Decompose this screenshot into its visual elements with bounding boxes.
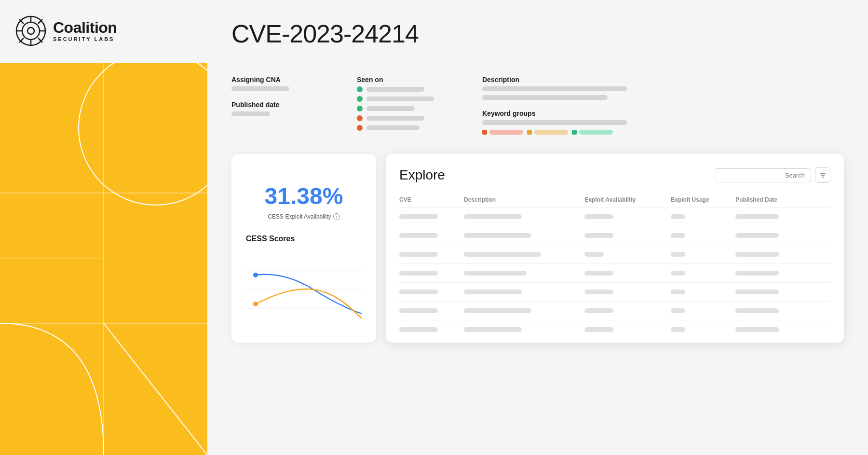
seen-row-2 — [357, 96, 453, 102]
table-row[interactable] — [399, 264, 830, 283]
published-date-label: Published date — [231, 101, 328, 109]
kw-tag-red — [482, 130, 523, 135]
table-row[interactable] — [399, 302, 830, 320]
cve-title: CVE-2023-24214 — [231, 19, 844, 48]
cell-pd — [735, 245, 830, 264]
metadata-section: Assigning CNA Published date Seen on — [231, 76, 844, 135]
table-row[interactable] — [399, 207, 830, 226]
title-divider — [231, 60, 844, 60]
filter-button[interactable] — [815, 167, 830, 183]
cell-pd — [735, 302, 830, 320]
explore-table-head: CVE Description Exploit Availability Exp… — [399, 193, 830, 207]
seen-dot-1 — [357, 86, 363, 92]
meta-col-seen: Seen on — [357, 76, 453, 135]
kw-bar-red — [489, 130, 523, 135]
cess-percentage: 31.38% — [246, 183, 362, 209]
cell-desc — [464, 302, 584, 320]
kw-dot-red — [482, 130, 487, 135]
cell-cve — [399, 264, 464, 283]
keyword-groups-block: Keyword groups — [482, 110, 646, 135]
info-icon[interactable]: i — [333, 213, 340, 220]
cell-ea — [584, 320, 671, 339]
explore-table-body — [399, 207, 830, 339]
published-date-value — [231, 111, 270, 116]
seen-dot-4 — [357, 115, 363, 121]
cell-ea — [584, 226, 671, 245]
cell-eu — [671, 226, 735, 245]
seen-row-4 — [357, 115, 453, 121]
explore-controls — [715, 167, 830, 183]
cell-cve — [399, 302, 464, 320]
cell-eu — [671, 283, 735, 302]
cell-ea — [584, 245, 671, 264]
svg-point-1 — [22, 22, 40, 40]
svg-point-2 — [27, 28, 34, 34]
cell-pd — [735, 226, 830, 245]
meta-col-cna: Assigning CNA Published date — [231, 76, 328, 135]
cell-desc — [464, 264, 584, 283]
cell-desc — [464, 320, 584, 339]
table-row[interactable] — [399, 245, 830, 264]
cell-cve — [399, 320, 464, 339]
svg-line-16 — [104, 323, 207, 455]
cess-scores-title: CESS Scores — [246, 234, 362, 243]
cell-desc — [464, 226, 584, 245]
description-label: Description — [482, 76, 646, 83]
description-bar-1 — [482, 86, 627, 91]
kw-tag-yellow — [527, 130, 568, 135]
assigning-cna-value — [231, 86, 289, 91]
assigning-cna-block: Assigning CNA — [231, 76, 328, 91]
explore-header: Explore — [399, 167, 830, 183]
seen-bar-1 — [366, 87, 424, 92]
cell-ea — [584, 264, 671, 283]
left-panel: Coalition SECURITY LABS — [0, 0, 207, 455]
logo-coalition-text: Coalition — [53, 20, 117, 35]
cell-desc — [464, 245, 584, 264]
yellow-section — [0, 63, 207, 455]
cell-eu — [671, 245, 735, 264]
filter-icon — [819, 171, 827, 179]
table-row[interactable] — [399, 283, 830, 302]
assigning-cna-label: Assigning CNA — [231, 76, 328, 83]
table-row[interactable] — [399, 226, 830, 245]
seen-dot-2 — [357, 96, 363, 102]
explore-card: Explore CVE Descrip — [386, 154, 844, 343]
explore-table: CVE Description Exploit Availability Exp… — [399, 193, 830, 339]
col-exploit-availability: Exploit Availability — [584, 193, 671, 207]
logo-text: Coalition SECURITY LABS — [53, 20, 117, 42]
coalition-logo-icon — [15, 15, 46, 46]
seen-bar-3 — [366, 106, 415, 111]
cell-eu — [671, 320, 735, 339]
seen-row-3 — [357, 106, 453, 111]
cell-cve — [399, 245, 464, 264]
col-exploit-usage: Exploit Usage — [671, 193, 735, 207]
kw-dot-yellow — [527, 130, 532, 135]
geometric-svg — [0, 63, 207, 455]
kw-bar-yellow — [534, 130, 568, 135]
kw-bar-green — [579, 130, 613, 135]
cess-chart — [246, 251, 362, 328]
keyword-bar-full — [482, 120, 627, 125]
keyword-tags — [482, 130, 646, 135]
keyword-groups-label: Keyword groups — [482, 110, 646, 117]
svg-point-21 — [253, 273, 258, 277]
col-published-date: Published Date — [735, 193, 830, 207]
seen-row-1 — [357, 86, 453, 92]
cell-pd — [735, 283, 830, 302]
meta-col-description: Description Keyword groups — [482, 76, 646, 135]
cell-eu — [671, 207, 735, 226]
seen-dot-3 — [357, 106, 363, 111]
table-header-row: CVE Description Exploit Availability Exp… — [399, 193, 830, 207]
cell-eu — [671, 302, 735, 320]
cess-card: 31.38% CESS Exploit Availability i CESS … — [231, 154, 376, 343]
table-row[interactable] — [399, 320, 830, 339]
cell-ea — [584, 302, 671, 320]
right-panel: CVE-2023-24214 Assigning CNA Published d… — [207, 0, 868, 455]
explore-search-input[interactable] — [715, 168, 811, 182]
seen-bar-5 — [366, 125, 420, 130]
cell-cve — [399, 207, 464, 226]
seen-bar-2 — [366, 97, 434, 101]
cess-exploit-label: CESS Exploit Availability i — [246, 213, 362, 220]
cell-desc — [464, 283, 584, 302]
svg-point-22 — [253, 302, 258, 306]
